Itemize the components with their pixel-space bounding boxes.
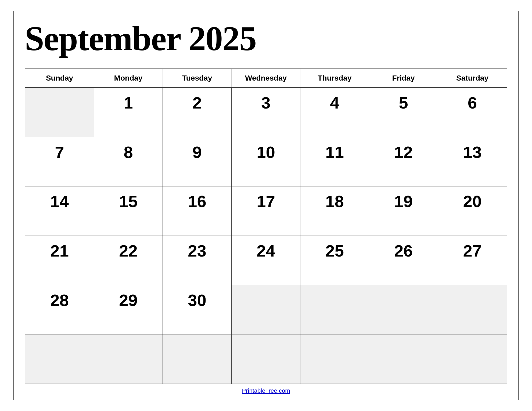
day-cell: 23 (163, 236, 232, 285)
week-row-3: 14151617181920 (25, 186, 507, 236)
day-number: 14 (50, 193, 69, 210)
day-number: 30 (188, 292, 206, 309)
weeks-container: 1234567891011121314151617181920212223242… (25, 88, 507, 384)
day-cell: 3 (232, 88, 300, 137)
day-cell: 28 (25, 285, 94, 334)
day-number: 26 (394, 243, 413, 259)
day-cell: 17 (232, 186, 300, 236)
day-header-thursday: Thursday (300, 69, 369, 87)
day-cell (369, 334, 438, 384)
calendar-title: September 2025 (25, 19, 507, 58)
day-cell: 9 (163, 137, 232, 186)
day-cell: 5 (369, 88, 438, 137)
day-number: 10 (257, 144, 275, 161)
day-number: 29 (119, 292, 138, 309)
day-cell (300, 334, 369, 384)
day-header-monday: Monday (94, 69, 163, 87)
day-number: 11 (325, 144, 344, 161)
day-cell: 2 (163, 88, 232, 137)
day-number: 6 (468, 95, 477, 111)
day-number: 16 (188, 193, 206, 210)
day-number: 24 (257, 243, 275, 259)
day-cell (369, 285, 438, 334)
day-cell (25, 88, 94, 137)
day-header-saturday: Saturday (438, 69, 507, 87)
day-cell: 21 (25, 236, 94, 285)
day-cell: 18 (300, 186, 369, 236)
day-cell: 1 (94, 88, 163, 137)
day-cell: 4 (300, 88, 369, 137)
day-number: 3 (261, 95, 270, 111)
day-cell (232, 334, 300, 384)
day-headers: SundayMondayTuesdayWednesdayThursdayFrid… (25, 69, 507, 88)
day-number: 21 (50, 243, 69, 259)
footer-link[interactable]: PrintableTree.com (25, 384, 507, 394)
day-number: 18 (325, 193, 344, 210)
day-cell: 14 (25, 186, 94, 236)
day-header-sunday: Sunday (25, 69, 94, 87)
day-cell: 13 (438, 137, 507, 186)
day-cell: 26 (369, 236, 438, 285)
day-header-friday: Friday (369, 69, 438, 87)
day-cell (232, 285, 300, 334)
day-number: 25 (325, 243, 344, 259)
day-cell: 15 (94, 186, 163, 236)
day-number: 5 (399, 95, 408, 111)
week-row-5: 282930 (25, 285, 507, 335)
day-cell (438, 285, 507, 334)
day-number: 2 (192, 95, 202, 111)
day-cell: 27 (438, 236, 507, 285)
calendar-container: September 2025 SundayMondayTuesdayWednes… (13, 11, 519, 400)
day-number: 23 (188, 243, 206, 259)
day-number: 9 (192, 144, 202, 161)
day-number: 8 (124, 144, 133, 161)
day-number: 28 (50, 292, 69, 309)
day-cell (300, 285, 369, 334)
day-cell: 8 (94, 137, 163, 186)
week-row-1: 123456 (25, 88, 507, 137)
day-cell: 11 (300, 137, 369, 186)
calendar-grid: SundayMondayTuesdayWednesdayThursdayFrid… (25, 68, 507, 384)
day-header-tuesday: Tuesday (163, 69, 232, 87)
day-header-wednesday: Wednesday (232, 69, 300, 87)
day-cell: 24 (232, 236, 300, 285)
day-cell: 19 (369, 186, 438, 236)
day-cell: 6 (438, 88, 507, 137)
day-number: 19 (394, 193, 413, 210)
day-number: 22 (119, 243, 138, 259)
day-cell (163, 334, 232, 384)
week-row-4: 21222324252627 (25, 236, 507, 285)
day-number: 17 (257, 193, 275, 210)
day-cell: 7 (25, 137, 94, 186)
day-cell: 12 (369, 137, 438, 186)
day-number: 20 (463, 193, 482, 210)
day-cell: 30 (163, 285, 232, 334)
day-cell (94, 334, 163, 384)
day-number: 12 (394, 144, 413, 161)
day-number: 4 (330, 95, 339, 111)
day-cell: 20 (438, 186, 507, 236)
day-cell: 16 (163, 186, 232, 236)
day-cell (438, 334, 507, 384)
week-row-2: 78910111213 (25, 137, 507, 187)
day-cell (25, 334, 94, 384)
week-row-6 (25, 334, 507, 384)
day-number: 13 (463, 144, 482, 161)
day-cell: 10 (232, 137, 300, 186)
day-cell: 29 (94, 285, 163, 334)
day-number: 15 (119, 193, 138, 210)
day-number: 1 (124, 95, 133, 111)
day-number: 27 (463, 243, 482, 259)
day-number: 7 (55, 144, 64, 161)
day-cell: 25 (300, 236, 369, 285)
day-cell: 22 (94, 236, 163, 285)
